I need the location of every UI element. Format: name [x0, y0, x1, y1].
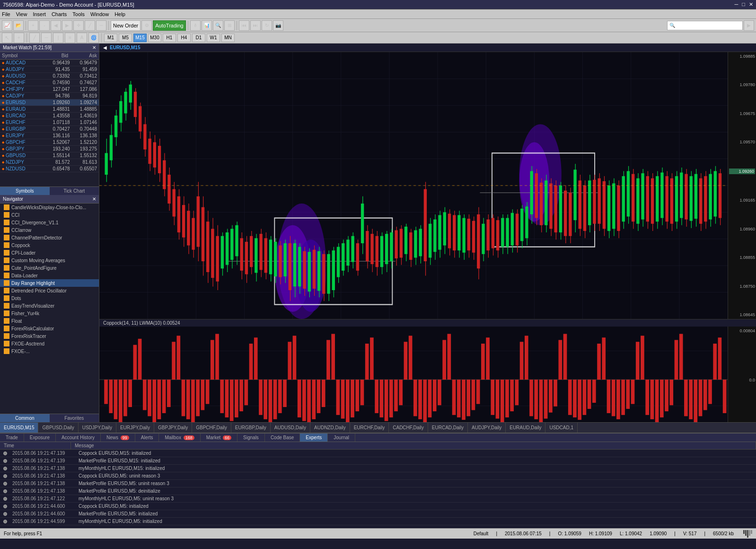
terminal-row[interactable]: 2015.08.06 19:21:47.138 MarketProfile EU… [0, 480, 756, 487]
terminal-tab-account-history[interactable]: Account History [56, 434, 101, 442]
back-btn[interactable]: ⏮ [239, 20, 249, 31]
mw-row[interactable]: EURAUD 1.48831 1.48885 [0, 106, 99, 113]
mw-row[interactable]: GBPUSD 1.55114 1.55132 [0, 152, 99, 159]
scroll-left-btn[interactable]: ◀ [51, 20, 61, 31]
zoom-out-btn[interactable]: - [39, 20, 50, 31]
chart-tab-gbpjpy-daily[interactable]: GBPJPY,Daily [154, 423, 192, 433]
mw-tab-symbols[interactable]: Symbols [0, 187, 50, 195]
mw-row[interactable]: NZDJPY 81.572 81.613 [0, 159, 99, 166]
terminal-row[interactable]: 2015.08.06 19:21:44.599 myMonthlyHLC EUR… [0, 518, 756, 525]
tf-mn[interactable]: MN [221, 34, 235, 42]
fib-tool[interactable]: 🌀 [88, 33, 99, 43]
chart-tab-euraud-daily[interactable]: EURAUD,Daily [506, 423, 545, 433]
vline-tool[interactable]: | [53, 33, 63, 43]
tf-m15[interactable]: M15 [133, 34, 147, 42]
nav-item[interactable]: CCIarrow [0, 226, 99, 234]
hline-tool[interactable]: ─ [41, 33, 52, 43]
terminal-tab-signals[interactable]: Signals [237, 434, 265, 442]
nav-item[interactable]: FXOE-... [0, 347, 99, 355]
close-btn[interactable]: ✕ [749, 1, 753, 8]
nav-item[interactable]: ChannelPatternDetector [0, 234, 99, 241]
mw-row[interactable]: EURJPY 136.116 136.138 [0, 133, 99, 139]
mw-row[interactable]: NZDUSD 0.65478 0.65507 [0, 166, 99, 172]
nav-item[interactable]: Dots [0, 294, 99, 302]
crosshair-tool[interactable]: + [14, 33, 24, 43]
mw-row[interactable]: AUDJPY 91.435 91.459 [0, 66, 99, 73]
chart-tab-audjpy-daily[interactable]: AUDJPY,Daily [468, 423, 506, 433]
settings-btn[interactable]: ⚙ [141, 20, 152, 31]
text-tool[interactable]: A [77, 33, 87, 43]
mw-row[interactable]: EURCAD 1.43558 1.43619 [0, 113, 99, 119]
scroll-right-btn[interactable]: ▶ [62, 20, 72, 31]
chart-tab-usdcad-1[interactable]: USDCAD,1 [545, 423, 578, 433]
nav-item[interactable]: Fisher_Yur4k [0, 310, 99, 317]
nav-item[interactable]: Coppock [0, 241, 99, 249]
chart-tab-eurchf-daily[interactable]: EURCHF,Daily [350, 423, 389, 433]
chart-tab-cadchf-daily[interactable]: CADCHF,Daily [389, 423, 428, 433]
terminal-row[interactable]: 2015.08.06 19:21:47.138 MarketProfile EU… [0, 487, 756, 495]
nav-item[interactable]: ForexRiskTracer [0, 332, 99, 340]
menu-charts[interactable]: Charts [52, 11, 67, 17]
terminal-tab-mailbox[interactable]: Mailbox 168 [159, 434, 200, 442]
chart-tab-eurjpy-daily[interactable]: EURJPY,Daily [116, 423, 154, 433]
nav-item[interactable]: Float [0, 317, 99, 325]
line-tool[interactable]: ╱ [29, 33, 40, 43]
period-sep-btn[interactable]: ⊞ [224, 20, 235, 31]
nav-item[interactable]: EasyTrendVisualizer [0, 302, 99, 310]
nav-item[interactable]: Day Range Highlight [0, 279, 99, 287]
terminal-tab-journal[interactable]: Journal [328, 434, 355, 442]
nav-item[interactable]: Custom Moving Averages [0, 257, 99, 264]
nav-tab-common[interactable]: Common [0, 414, 50, 422]
chart-tab-gbpusd-daily[interactable]: GBPUSD,Daily [38, 423, 78, 433]
nav-item[interactable]: CandleWicksDisplay-Close-to-Clo... [0, 204, 99, 211]
chart-tab-eurgbp-daily[interactable]: EURGBP,Daily [231, 423, 271, 433]
tf-w1[interactable]: W1 [207, 34, 220, 42]
menu-file[interactable]: File [2, 11, 10, 17]
tf-m1[interactable]: M1 [104, 34, 117, 42]
terminal-row[interactable]: 2015.08.06 19:21:47.138 myMonthlyHLC EUR… [0, 465, 756, 472]
terminal-row[interactable]: 2015.08.06 19:21:47.139 Coppock EURUSD,M… [0, 450, 756, 457]
nav-item[interactable]: Cute_PointAndFigure [0, 264, 99, 272]
terminal-tab-news[interactable]: News 99 [101, 434, 135, 442]
mw-row[interactable]: EURUSD 1.09260 1.09274 [0, 99, 99, 106]
hline-btn[interactable]: ─ [96, 20, 106, 31]
menu-tools[interactable]: Tools [72, 11, 85, 17]
tf-m30[interactable]: M30 [148, 34, 161, 42]
tf-h1[interactable]: H1 [163, 34, 176, 42]
menu-window[interactable]: Window [90, 11, 109, 17]
mw-tab-tickchart[interactable]: Tick Chart [50, 187, 99, 195]
nav-item[interactable]: FXOE-Asctrend [0, 340, 99, 347]
terminal-row[interactable]: 2015.08.06 19:21:47.122 myMonthlyHLC EUR… [0, 495, 756, 503]
zoom-btn[interactable]: 🔍 [213, 20, 223, 31]
chart-tab-audusd-daily[interactable]: AUDUSD,Daily [271, 423, 310, 433]
auto-trading-btn[interactable]: AutoTrading [153, 20, 186, 31]
nav-tab-favorites[interactable]: Favorites [50, 414, 99, 422]
chart-type-btn[interactable]: 🕯 [190, 20, 201, 31]
nav-item[interactable]: CPI-Loader [0, 249, 99, 257]
mw-row[interactable]: GBPJPY 193.240 193.275 [0, 146, 99, 152]
mw-row[interactable]: AUDCAD 0.96439 0.96479 [0, 60, 99, 66]
pointer-tool[interactable]: ↖ [2, 33, 12, 43]
coppock-chart[interactable] [99, 327, 728, 422]
search-submit-btn[interactable]: ▶ [744, 20, 754, 31]
terminal-row[interactable]: 2015.08.06 19:21:44.600 Coppock EURUSD,M… [0, 503, 756, 510]
tf-m5[interactable]: M5 [119, 34, 132, 42]
chart-tab-eurusd-m15[interactable]: EURUSD,M15 [0, 423, 38, 433]
open-btn[interactable]: 📂 [13, 20, 24, 31]
screenshot-btn[interactable]: 📷 [273, 20, 283, 31]
terminal-tab-trade[interactable]: Trade [0, 434, 24, 442]
terminal-row[interactable]: 2015.08.06 19:21:47.139 MarketProfile EU… [0, 457, 756, 465]
nav-item[interactable]: CCI_Divergence_V1.1 [0, 219, 99, 226]
main-chart[interactable] [99, 52, 728, 319]
search-box[interactable]: 🔍 [667, 21, 743, 30]
chart-tab-eurcad-daily[interactable]: EURCAD,Daily [428, 423, 468, 433]
terminal-tab-market[interactable]: Market 66 [201, 434, 237, 442]
indicators-btn[interactable]: 📊 [202, 20, 212, 31]
mw-row[interactable]: AUDUSD 0.73392 0.73412 [0, 73, 99, 80]
chart-tab-gbpchf-daily[interactable]: GBPCHF,Daily [192, 423, 231, 433]
maximize-btn[interactable]: □ [742, 1, 745, 8]
forward-btn[interactable]: ⏭ [250, 20, 261, 31]
terminal-tab-experts[interactable]: Experts [300, 434, 328, 442]
terminal-row[interactable]: 2015.08.06 19:21:44.600 MarketProfile EU… [0, 510, 756, 518]
mw-row[interactable]: CADJPY 94.786 94.819 [0, 93, 99, 99]
